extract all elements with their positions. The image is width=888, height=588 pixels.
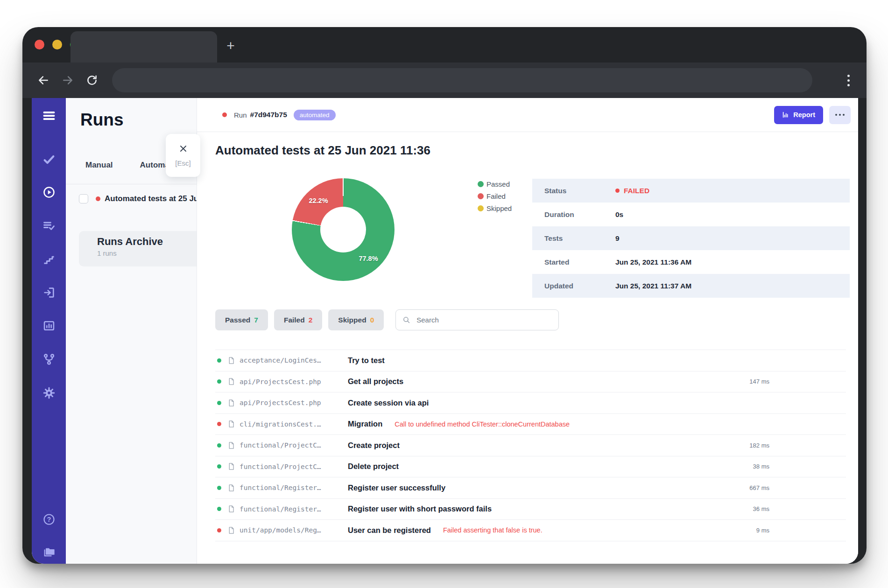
header-actions: Report <box>774 106 851 124</box>
filter-skipped-button[interactable]: Skipped 0 <box>328 309 384 330</box>
analytics-icon[interactable] <box>32 319 66 332</box>
test-duration: 38 ms <box>753 463 769 470</box>
file-icon <box>227 399 235 407</box>
test-title: Register user with short password fails <box>348 504 492 513</box>
pull-requests-icon[interactable] <box>32 286 66 299</box>
filter-label: Passed <box>225 316 250 324</box>
run-summary-section: 22.2% 77.8% Passed Failed Skipped <box>197 178 858 298</box>
test-row[interactable]: functional/ProjectC… Create project 182 … <box>215 435 846 456</box>
test-title: User can be registered <box>348 526 431 535</box>
run-status-dot <box>96 196 100 201</box>
passed-count: 7 <box>254 316 258 324</box>
test-row[interactable]: api/ProjectsCest.php Get all projects 14… <box>215 371 846 393</box>
run-detail-panel: Run #7d947b75 automated Report Automated… <box>197 98 858 564</box>
filter-passed-button[interactable]: Passed 7 <box>215 309 268 330</box>
branch-icon[interactable] <box>32 353 66 366</box>
passed-dot-icon <box>217 443 221 448</box>
browser-menu-icon[interactable] <box>847 75 850 86</box>
settings-gear-icon[interactable] <box>32 386 66 399</box>
test-file: unit/app/models/Reg… <box>240 526 345 534</box>
search-icon <box>402 316 410 324</box>
test-row[interactable]: functional/ProjectC… Delete project 38 m… <box>215 456 846 478</box>
test-row[interactable]: functional/Register… Register user with … <box>215 499 846 520</box>
close-icon[interactable] <box>179 144 188 155</box>
reload-icon[interactable] <box>86 74 98 86</box>
results-donut-chart: 22.2% 77.8% <box>292 178 395 281</box>
test-row[interactable]: cli/migrationsCest.… Migration Call to u… <box>215 414 846 435</box>
hamburger-menu-icon[interactable] <box>32 109 66 122</box>
test-duration: 182 ms <box>749 442 769 449</box>
table-row: Started Jun 25, 2021 11:36 AM <box>532 250 850 274</box>
passed-dot-icon <box>217 507 221 511</box>
runs-archive-card[interactable]: Runs Archive 1 runs <box>79 231 197 266</box>
runs-play-icon[interactable] <box>32 186 66 199</box>
test-row[interactable]: acceptance/LoginCes… Try to test <box>215 350 846 371</box>
test-file: cli/migrationsCest.… <box>240 420 345 428</box>
status-value: FAILED <box>615 187 649 195</box>
passed-dot-icon <box>217 401 221 405</box>
status-label: Status <box>532 187 615 195</box>
failed-dot-icon <box>478 193 484 199</box>
report-button[interactable]: Report <box>774 106 823 124</box>
search-box <box>395 309 559 330</box>
svg-text:?: ? <box>47 516 51 523</box>
filter-row: Passed 7 Failed 2 Skipped 0 <box>215 309 858 330</box>
chart-legend: Passed Failed Skipped <box>478 180 512 212</box>
test-title: Try to test <box>348 356 385 365</box>
forward-icon[interactable] <box>62 74 74 86</box>
run-detail-header: Run #7d947b75 automated Report <box>197 98 858 132</box>
passed-dot-icon <box>217 379 221 384</box>
run-id: #7d947b75 <box>250 111 287 119</box>
app-content: ? Runs Manual Automated Automated tests … <box>32 98 858 564</box>
more-options-button[interactable] <box>829 106 851 124</box>
test-file: functional/ProjectC… <box>240 463 345 470</box>
run-item-label: Automated tests at 25 Jun 2021 11:36 <box>105 194 197 203</box>
filter-label: Failed <box>284 316 305 324</box>
milestones-stairs-icon[interactable] <box>32 253 66 266</box>
test-duration: 667 ms <box>749 484 769 491</box>
new-tab-button[interactable]: + <box>222 37 239 54</box>
close-window-button[interactable] <box>35 40 44 49</box>
browser-tab[interactable] <box>70 31 217 63</box>
test-results-list: acceptance/LoginCes… Try to test api/Pro… <box>215 350 846 541</box>
help-icon[interactable]: ? <box>32 513 66 526</box>
passed-dot-icon <box>478 181 484 187</box>
tests-check-icon[interactable] <box>32 153 66 166</box>
passed-dot-icon <box>217 486 221 490</box>
test-title: Create project <box>348 441 400 450</box>
test-row[interactable]: unit/app/models/Reg… User can be registe… <box>215 520 846 541</box>
passed-slice-label: 77.8% <box>359 255 378 262</box>
minimize-window-button[interactable] <box>52 40 62 49</box>
run-status-dot <box>222 112 227 117</box>
test-plans-icon[interactable] <box>32 219 66 232</box>
close-popover: [Esc] <box>166 134 200 177</box>
legend-item-skipped: Skipped <box>478 204 512 212</box>
test-row[interactable]: functional/Register… Register user succe… <box>215 477 846 499</box>
esc-hint-label: [Esc] <box>175 159 190 167</box>
run-checkbox[interactable] <box>79 194 88 203</box>
test-file: acceptance/LoginCes… <box>240 357 345 364</box>
page-title: Runs <box>80 110 124 130</box>
passed-dot-icon <box>217 464 221 469</box>
duration-label: Duration <box>532 210 615 219</box>
test-row[interactable]: api/ProjectsCest.php Create session via … <box>215 392 846 414</box>
tab-manual[interactable]: Manual <box>85 161 113 170</box>
file-icon <box>227 420 235 428</box>
back-icon[interactable] <box>37 74 49 86</box>
updated-label: Updated <box>532 282 615 290</box>
archive-folders-icon[interactable] <box>32 546 66 559</box>
run-list-item[interactable]: Automated tests at 25 Jun 2021 11:36 <box>66 190 197 207</box>
file-icon <box>227 441 235 449</box>
file-icon <box>227 357 235 364</box>
legend-item-failed: Failed <box>478 192 512 200</box>
started-label: Started <box>532 258 615 266</box>
run-status-table: Status FAILED Duration 0s Tests 9 <box>532 179 850 298</box>
report-button-label: Report <box>793 111 815 119</box>
test-file: functional/Register… <box>240 484 345 491</box>
address-bar[interactable] <box>112 68 812 92</box>
browser-window: + <box>22 27 867 564</box>
archive-count: 1 runs <box>97 249 197 257</box>
search-input[interactable] <box>416 315 552 324</box>
test-error: Failed asserting that false is true. <box>443 526 543 534</box>
filter-failed-button[interactable]: Failed 2 <box>274 309 322 330</box>
